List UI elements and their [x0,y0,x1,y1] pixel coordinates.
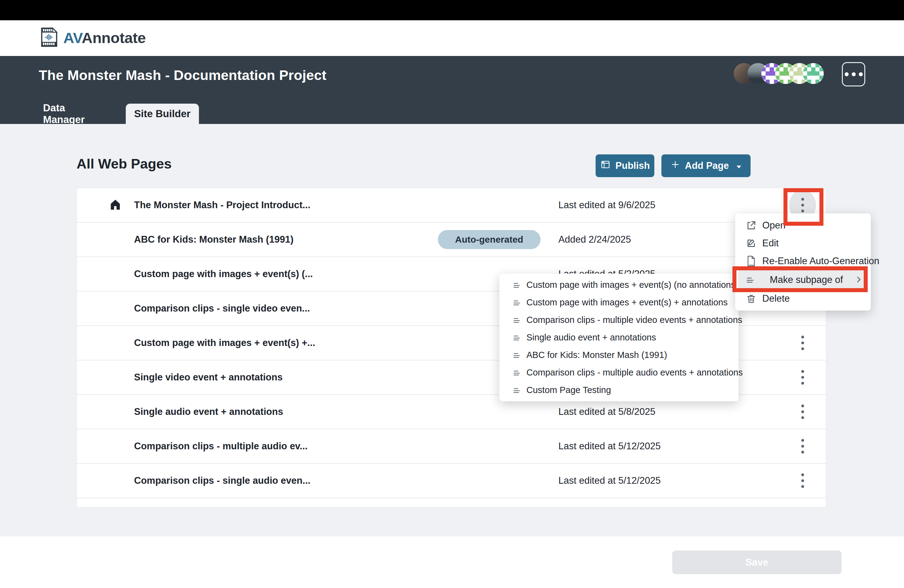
submenu-item-label: ABC for Kids: Monster Mash (1991) [526,350,667,360]
menu-item-label: Edit [762,238,779,249]
menu-item-label: Delete [762,293,790,304]
project-header: The Monster Mash - Documentation Project… [0,56,904,124]
page-title: Comparison clips - single video even... [134,303,310,314]
page-title: Comparison clips - multiple audio ev... [134,441,308,452]
tab-site-builder[interactable]: Site Builder [126,104,199,124]
list-lines-icon [512,350,522,360]
list-lines-icon [512,333,522,343]
chevron-down-icon [736,160,742,171]
project-title: The Monster Mash - Documentation Project [39,67,327,83]
submenu-item[interactable]: Custom page with images + event(s) + ann… [499,294,738,311]
submenu-item[interactable]: Comparison clips - multiple audio events… [499,364,738,381]
page-heading: All Web Pages [77,156,172,172]
table-row[interactable]: Comparison clips - multiple audio ev... … [77,429,826,464]
menu-item-label: Open [762,220,785,231]
page-title: Custom page with images + event(s) (... [134,269,313,280]
submenu-item-label: Custom Page Testing [526,385,611,395]
submenu-item-label: Comparison clips - multiple audio events… [526,368,743,378]
home-icon [109,198,122,212]
logo-bar: AVAnnotate [0,20,904,56]
page-title: ABC for Kids: Monster Mash (1991) [134,234,293,245]
project-more-options-button[interactable] [842,62,865,87]
avannotate-logo[interactable]: AVAnnotate [40,27,146,49]
edited-date: Last edited at 9/6/2025 [558,199,655,211]
add-page-button[interactable]: Add Page [661,154,751,177]
dot-icon [859,72,863,76]
edited-date: Last edited at 5/8/2025 [558,406,655,417]
browser-top-strip [0,0,904,20]
trash-icon [745,292,757,305]
row-kebab-menu-icon[interactable] [793,362,812,393]
submenu-item-label: Comparison clips - multiple video events… [526,315,742,325]
row-kebab-menu-icon[interactable] [793,465,812,496]
dot-icon [852,72,856,76]
chevron-right-icon [854,275,863,285]
page-title: The Monster Mash - Project Introduct... [134,199,311,211]
page-title: Custom page with images + event(s) +... [134,337,315,348]
menu-item-label: Re-Enable Auto-Generation [762,256,879,267]
footer-bar: Save [0,536,904,588]
edited-date: Added 2/24/2025 [558,234,631,245]
submenu-item-label: Custom page with images + event(s) (no a… [526,280,738,290]
row-kebab-menu-icon[interactable] [793,431,812,462]
collaborator-avatars [734,63,824,84]
submenu-item[interactable]: Single audio event + annotations [499,329,738,346]
list-lines-icon [512,385,522,395]
list-lines-icon [512,315,522,325]
submenu-item[interactable]: Comparison clips - multiple video events… [499,311,738,329]
list-lines-icon [512,368,522,378]
publish-window-icon [600,159,611,172]
list-lines-icon [512,298,522,308]
table-row[interactable]: Comparison clips - single audio even... … [77,464,826,498]
publish-button[interactable]: Publish [596,154,654,177]
table-row-partial [77,498,826,506]
edited-date: Last edited at 5/12/2025 [558,441,661,452]
list-lines-icon [512,280,522,290]
logo-wordmark: AVAnnotate [63,29,146,46]
dot-icon [845,72,849,76]
page-title: Comparison clips - single audio even... [134,475,311,486]
submenu-item[interactable]: Custom Page Testing [499,381,738,399]
add-page-label: Add Page [685,160,729,171]
edit-icon [745,237,757,250]
submenu-item-label: Single audio event + annotations [526,332,656,343]
tab-data-manager[interactable]: Data Manager [43,104,109,124]
table-row[interactable]: The Monster Mash - Project Introduct... … [77,188,826,223]
menu-item-label: Make subpage of [761,274,852,285]
context-menu-item[interactable]: Edit [735,234,871,252]
svg-text:HTML: HTML [748,264,755,267]
logo-av: AV [63,30,82,46]
html-file-icon: HTML [745,255,757,267]
make-subpage-submenu: Custom page with images + event(s) (no a… [499,274,738,401]
page-title: Single audio event + annotations [134,406,283,417]
auto-generated-badge: Auto-generated [438,230,541,249]
edited-date: Last edited at 5/12/2025 [558,475,661,486]
row-context-menu: Open Edit HTML Re-Enable Auto-Generation… [735,213,871,311]
submenu-item[interactable]: Custom page with images + event(s) (no a… [499,276,738,294]
table-row[interactable]: ABC for Kids: Monster Mash (1991) Auto-g… [77,223,826,257]
logo-annotate: Annotate [82,30,146,46]
context-menu-item[interactable]: HTML Re-Enable Auto-Generation [735,252,871,270]
list-lines-icon [744,274,756,286]
filmstrip-logo-icon [40,27,58,49]
external-link-icon [745,219,757,232]
avatar-identicon [803,63,824,84]
context-menu-item[interactable]: Open [735,217,871,234]
row-kebab-menu-icon[interactable] [793,327,812,358]
site-builder-content: All Web Pages Publish Add Page The Monst… [0,124,904,536]
context-menu-item[interactable]: Delete [735,290,871,308]
save-button[interactable]: Save [672,550,842,574]
submenu-item-label: Custom page with images + event(s) + ann… [526,297,727,308]
submenu-item[interactable]: ABC for Kids: Monster Mash (1991) [499,346,738,364]
page-title: Single video event + annotations [134,372,283,383]
row-kebab-menu-icon[interactable] [793,397,812,427]
publish-label: Publish [616,160,650,171]
context-menu-item[interactable]: Make subpage of [738,270,868,290]
plus-icon [670,160,680,172]
